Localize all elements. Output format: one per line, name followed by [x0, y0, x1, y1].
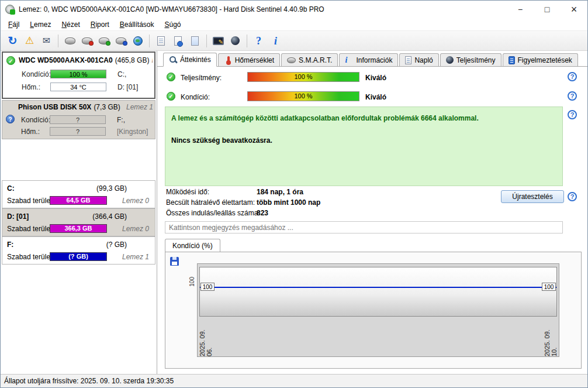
titlebar: Lemez: 0, WDC WD5000AAKX-001CA0 [WD-WMAY…	[1, 1, 587, 18]
tab-figyelmeztetesek[interactable]: Figyelmeztetések	[503, 53, 578, 66]
temperature-value: ?	[50, 127, 106, 136]
partition-row-f[interactable]: F: (? GB) Szabad terület (? GB) Lemez 1	[2, 236, 155, 265]
tab-label: Információk	[356, 56, 392, 64]
alert-list-icon	[509, 56, 515, 64]
warnings-button[interactable]: ⚠	[21, 33, 38, 49]
disk-size: (7,3 GB)	[94, 103, 120, 111]
help-icon[interactable]: ?	[568, 192, 577, 201]
point-label-start: 100	[200, 283, 215, 291]
monitor-pencil-icon: ✎	[213, 37, 224, 45]
close-button[interactable]: ×	[561, 1, 587, 18]
partition-size: (? GB)	[106, 241, 127, 249]
y-axis-tick: 100	[189, 277, 195, 287]
tab-label: Áttekintés	[180, 56, 211, 64]
report-button[interactable]	[153, 33, 170, 49]
x-axis-label-end: 2025. 09. 10.	[544, 319, 558, 356]
help-icon[interactable]: ?	[568, 72, 577, 81]
help-icon: ?	[256, 36, 261, 46]
tab-naplo[interactable]: Napló	[399, 53, 438, 66]
disk-sidebar: ✓ WDC WD5000AAKX-001CA0 (465,8 GB) Lemez…	[1, 51, 157, 374]
tab-homerseklet[interactable]: Hőmérséklet	[218, 53, 280, 66]
menu-sugo[interactable]: Súgó	[159, 19, 186, 30]
partition-row-d[interactable]: D: [01] (366,4 GB) Szabad terület 366,3 …	[2, 208, 155, 236]
condition-rating: Kiváló	[365, 93, 386, 101]
refresh-button[interactable]: ↻	[4, 33, 21, 49]
condition-ok-icon: ✓	[167, 92, 175, 101]
content-area: Áttekintés Hőmérséklet S.M.A.R.T. i Info…	[157, 51, 587, 374]
disk-detect-button[interactable]	[112, 33, 129, 49]
performance-ok-icon: ✓	[167, 73, 175, 81]
disk-icon	[65, 37, 75, 44]
tab-label: S.M.A.R.T.	[299, 56, 332, 64]
network-button[interactable]	[129, 33, 146, 49]
thermometer-icon	[224, 56, 232, 64]
condition-bar: 100 %	[247, 91, 359, 101]
monitor-edit-button[interactable]: ✎	[210, 33, 227, 49]
message-button[interactable]: ✉	[38, 33, 55, 49]
disk-panel-1[interactable]: Phison USB DISK 50X (7,3 GB) Lemez 1 ? K…	[2, 100, 155, 139]
disk-icon	[287, 57, 296, 63]
partition-size: (99,3 GB)	[96, 184, 127, 193]
pencil-icon: ✎	[219, 39, 223, 45]
main-area: ✓ WDC WD5000AAKX-001CA0 (465,8 GB) Lemez…	[1, 51, 587, 374]
free-space-bar: 366,3 GB	[50, 224, 107, 233]
menu-lemez[interactable]: Lemez	[25, 19, 56, 30]
green-dot-icon	[106, 41, 110, 46]
minimize-button[interactable]: −	[507, 1, 534, 18]
tab-attekintes[interactable]: Áttekintés	[163, 53, 217, 67]
retest-button[interactable]: Újratesztelés	[501, 190, 564, 203]
report-refresh-button[interactable]	[170, 33, 186, 49]
disk-size: (465,8 GB)	[115, 56, 150, 64]
menu-fajl[interactable]: Fájl	[3, 19, 25, 30]
drive-letters: D: [01]	[117, 83, 138, 91]
condition-chart-panel: 100 100 100 2025. 09. 06. 2025. 09. 10.	[165, 252, 582, 369]
disk-panel-0[interactable]: ✓ WDC WD5000AAKX-001CA0 (465,8 GB) Lemez…	[2, 51, 155, 99]
condition-label: Kondíció:	[181, 93, 210, 101]
comment-input[interactable]	[165, 221, 563, 234]
help-icon[interactable]: ?	[568, 110, 577, 119]
lifetime-value: több mint 1000 nap	[257, 198, 320, 207]
free-space-label: Szabad terület	[7, 197, 52, 205]
power-on-time-value: 184 nap, 1 óra	[257, 188, 303, 196]
partition-row-c[interactable]: C: (99,3 GB) Szabad terület 64,5 GB Leme…	[2, 180, 155, 208]
menu-nezet[interactable]: Nézet	[56, 19, 85, 30]
performance-label: Teljesítmény:	[181, 74, 222, 82]
performance-button[interactable]	[227, 33, 244, 49]
plot-area: 100 100	[199, 267, 557, 317]
warning-icon: ⚠	[25, 36, 34, 46]
disk-add-button[interactable]	[95, 33, 112, 49]
report-send-button[interactable]	[186, 33, 203, 49]
toolbar-separator	[247, 35, 247, 47]
maximize-button[interactable]: □	[534, 1, 561, 18]
condition-chart: 100 100 100 2025. 09. 06. 2025. 09. 10.	[197, 263, 559, 357]
chart-tab-kondicio[interactable]: Kondíció (%)	[165, 239, 220, 252]
start-stop-count-label: Összes indulás/leállás száma:	[166, 209, 260, 217]
disk-name: Phison USB DISK 50X	[18, 103, 91, 111]
window-title: Lemez: 0, WDC WD5000AAKX-001CA0 [WD-WMAY…	[19, 5, 324, 13]
disk-unknown-icon: ?	[6, 115, 15, 123]
report-document-icon	[157, 36, 165, 46]
toolbar: ↻ ⚠ ✉ ✎ ? i	[1, 31, 587, 51]
menu-riport[interactable]: Riport	[85, 19, 115, 30]
condition-label: Kondíció:	[21, 116, 50, 124]
info-icon: i	[274, 36, 277, 46]
status-text: Állapot utoljára frissítve: 2025. 09. 10…	[4, 377, 174, 385]
app-icon	[5, 5, 15, 14]
disk-remove-button[interactable]	[78, 33, 95, 49]
temperature-label: Hőm.:	[21, 128, 40, 136]
tab-informaciok[interactable]: i Információk	[339, 53, 398, 66]
help-icon[interactable]: ?	[568, 91, 577, 101]
tab-teljesitmeny[interactable]: Teljesítmény	[440, 53, 501, 66]
tab-smart[interactable]: S.M.A.R.T.	[281, 53, 338, 66]
save-icon[interactable]	[170, 257, 179, 266]
tab-label: Napló	[414, 56, 433, 64]
disk-button[interactable]	[61, 33, 78, 49]
drive-letters: F:,	[117, 116, 125, 124]
menu-beallitasok[interactable]: Beállítások	[115, 19, 160, 30]
info-button[interactable]: i	[267, 33, 284, 49]
toolbar-separator	[149, 35, 150, 47]
blue-dot-icon	[123, 41, 127, 46]
report-refresh-icon	[174, 36, 182, 46]
globe-icon	[133, 36, 143, 46]
help-button[interactable]: ?	[250, 33, 267, 49]
